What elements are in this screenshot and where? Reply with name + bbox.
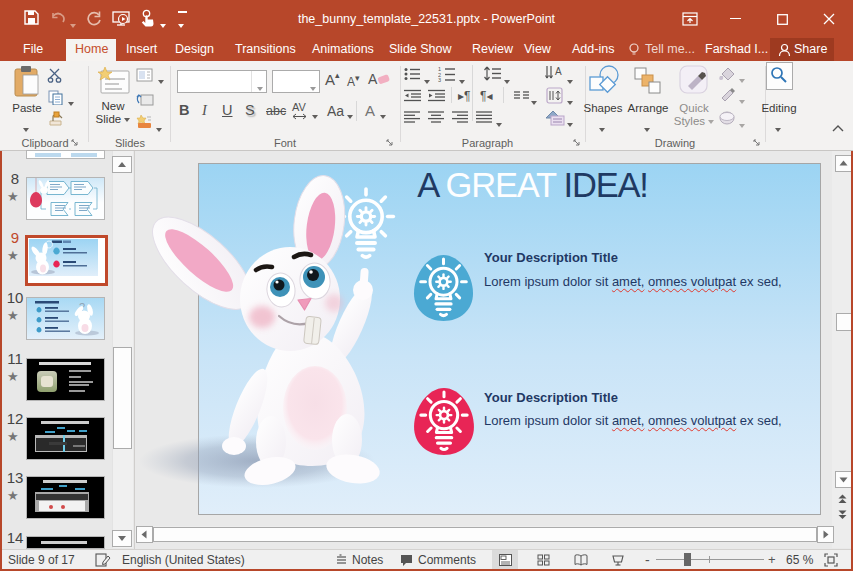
svg-text:A: A [555,66,562,77]
svg-text:3: 3 [438,77,441,82]
